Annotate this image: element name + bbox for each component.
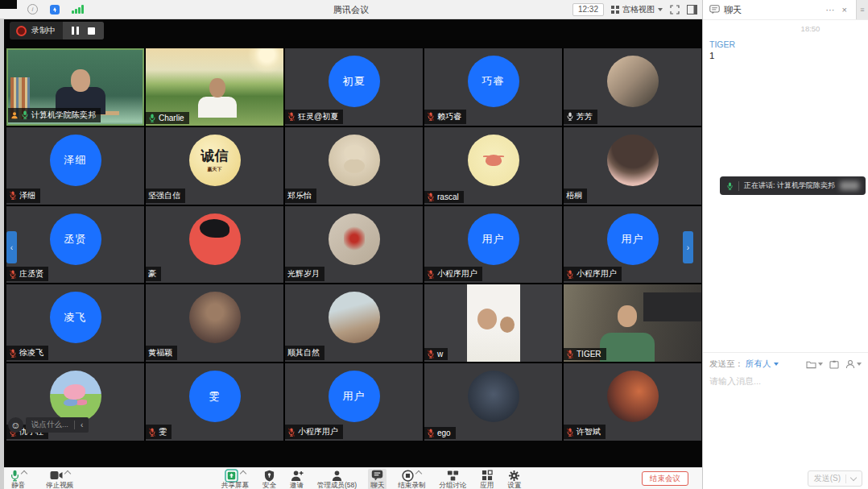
participant-cell[interactable]: 计算机学院陈奕邦 [6,48,144,126]
collapse-quick-chat-button[interactable]: ‹ [81,421,83,429]
layout-toggle-button[interactable] [687,5,697,15]
chat-title: 聊天 [724,4,742,16]
pause-recording-button[interactable] [72,27,79,35]
chat-header: 聊天 ⋯ × ≡ [703,0,868,20]
recording-dot-icon [16,26,27,36]
tool-label: 静音 [12,482,26,489]
participant-cell[interactable]: 顺其自然 [285,284,423,362]
chevron-up-icon[interactable] [415,470,422,477]
participant-cell[interactable]: 豪 [146,206,283,284]
tool-label: 应用 [480,482,494,489]
tool-invite[interactable]: 邀请 [287,469,306,489]
avatar [329,292,380,343]
tool-label: 停止视频 [46,482,73,489]
caret-down-icon [850,474,857,480]
chat-input[interactable] [703,370,868,418]
mic-status-icon [287,428,296,437]
send-file-button[interactable] [806,360,823,369]
participant-cell[interactable]: 诚信赢天下 坚强自信 [146,127,283,205]
participant-cell[interactable]: 许智斌 [564,363,701,441]
avatar: 用户 [607,213,659,265]
chat-more-button[interactable]: ⋯ [826,5,835,15]
participant-cell[interactable]: 用户 小程序用户 [424,206,562,284]
screenshot-button[interactable] [829,360,839,369]
participant-cell[interactable]: 芳芳 [564,48,701,126]
redacted-name [840,181,859,190]
participant-cell[interactable]: TIGER [564,284,701,362]
send-to-value: 所有人 [746,358,771,370]
stop-recording-button[interactable] [88,27,95,35]
chevron-up-icon[interactable] [21,470,27,477]
participant-cell[interactable]: 雯 雯 [146,363,283,441]
mic-status-icon [566,112,574,121]
participant-name: ego [437,429,451,437]
tool-share[interactable]: 共享屏幕 [219,469,251,489]
caret-down-icon [774,363,779,366]
name-tag: 计算机学院陈奕邦 [8,108,101,122]
avatar [468,371,519,422]
participant-cell[interactable]: 凌飞 徐凌飞 [6,284,144,362]
participant-cell[interactable]: w [424,284,562,362]
participant-cell[interactable]: 用户 小程序用户 [564,206,701,284]
end-meeting-button[interactable]: 结束会议 [642,471,688,486]
emoji-button[interactable] [845,359,862,369]
participant-cell[interactable]: 丞贤 庄丞贤 [6,206,144,284]
prev-page-arrow[interactable]: ‹ [6,231,17,263]
chat-close-button[interactable]: × [842,5,847,15]
tool-label: 管理成员(58) [317,482,357,489]
name-tag: 小程序用户 [564,267,622,281]
tool-label: 聊天 [370,482,384,489]
tool-mic[interactable]: 静音 [8,469,29,489]
tool-chat[interactable]: 聊天 [368,469,386,489]
send-to-dropdown[interactable]: 所有人 [746,358,779,370]
record-icon [402,470,414,482]
participant-cell[interactable]: 初夏 狂灵@初夏 [285,48,423,126]
person-icon [845,359,855,369]
host-icon [10,111,19,119]
send-to-label: 发送至： [709,358,743,370]
divider [74,421,75,429]
chevron-up-icon[interactable] [64,470,70,477]
participant-cell[interactable]: 郑乐怡 [285,127,423,205]
mic-status-icon [21,110,29,119]
quick-chat-placeholder[interactable]: 说点什么... [31,420,68,430]
participant-name: 狂灵@初夏 [298,111,338,122]
tool-shield[interactable]: 安全 [260,469,279,489]
participant-cell[interactable]: ego [424,363,562,441]
speaking-toast-text: 正在讲话: 计算机学院陈奕邦 [744,180,835,191]
participant-cell[interactable]: Charlie [146,48,283,126]
smiley-icon[interactable]: ☺ [8,417,23,433]
participant-name: Charlie [159,114,184,122]
tool-record[interactable]: 结束录制 [395,469,428,489]
tool-gear[interactable]: 设置 [505,469,523,489]
tool-members[interactable]: 管理成员(58) [315,469,359,489]
fullscreen-button[interactable] [670,5,680,15]
avatar: 泽细 [50,135,101,186]
next-page-arrow[interactable]: › [683,231,693,263]
window-edge [0,19,4,489]
participant-cell[interactable]: 泽细 泽细 [6,127,144,205]
participant-name: 光辉岁月 [287,268,320,280]
participant-cell[interactable]: 梧桐 [564,127,701,205]
toolbar-left-group: 静音停止视频 [8,468,76,489]
participant-cell[interactable]: 光辉岁月 [285,206,423,284]
mic-status-icon [566,350,574,358]
share-icon [225,469,238,483]
participant-cell[interactable]: 用户 小程序用户 [285,363,423,441]
participant-cell[interactable]: 黄福颖 [146,284,283,362]
tool-label: 设置 [507,482,521,489]
avatar: 巧睿 [468,56,519,107]
tool-camera[interactable]: 停止视频 [43,469,76,489]
participant-cell[interactable]: 巧睿 赖巧睿 [424,48,562,126]
tool-breakout[interactable]: 分组讨论 [436,469,469,489]
avatar [329,213,380,265]
send-button[interactable]: 发送(S) [808,470,862,487]
avatar [189,292,241,343]
view-mode-dropdown[interactable]: 宫格视图 [611,4,663,15]
chevron-up-icon[interactable] [240,470,246,477]
tool-apps[interactable]: 应用 [477,469,496,489]
tool-label: 结束录制 [398,482,425,489]
participant-cell[interactable]: rascal [424,127,562,205]
avatar [607,135,659,186]
panel-handle[interactable]: ≡ [856,0,868,19]
